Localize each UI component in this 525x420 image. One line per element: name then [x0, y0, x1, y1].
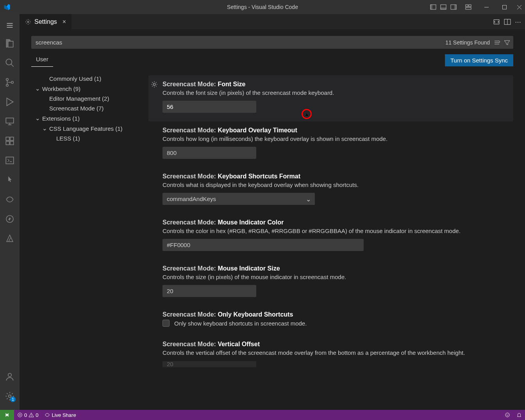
setting-title: Screencast Mode: Mouse Indicator Size: [162, 265, 513, 272]
svg-point-13: [6, 59, 12, 65]
setting-title: Screencast Mode: Font Size: [162, 81, 513, 88]
feedback-icon[interactable]: [502, 412, 513, 418]
setting-input[interactable]: [162, 101, 256, 113]
vscode-logo-icon: [0, 4, 14, 11]
search-results-count: 11 Settings Found: [445, 39, 490, 46]
svg-rect-8: [466, 7, 471, 9]
editor-layout-icons: [429, 3, 473, 11]
svg-rect-20: [6, 141, 9, 145]
checkbox-label: Only show keyboard shortcuts in screenca…: [174, 320, 307, 327]
settings-list[interactable]: Screencast Mode: Font SizeControls the f…: [141, 71, 525, 410]
svg-line-14: [11, 64, 14, 67]
setting-row: Screencast Mode: Keyboard Shortcuts Form…: [148, 167, 513, 214]
clear-search-icon[interactable]: [494, 39, 500, 46]
azure-icon[interactable]: [0, 229, 20, 248]
remote-indicator[interactable]: [0, 410, 14, 420]
manage-gear-icon[interactable]: 1: [0, 386, 20, 406]
settings-search-input[interactable]: [31, 36, 513, 49]
toggle-secondary-sidebar-icon[interactable]: [449, 3, 458, 11]
svg-point-37: [508, 414, 508, 415]
notifications-icon[interactable]: [513, 412, 525, 418]
setting-title: Screencast Mode: Keyboard Overlay Timeou…: [162, 127, 513, 134]
liveshare-icon[interactable]: [0, 190, 20, 209]
terminal-icon[interactable]: [0, 151, 20, 170]
run-debug-icon[interactable]: [0, 92, 20, 112]
split-editor-icon[interactable]: [504, 18, 511, 25]
tab-settings[interactable]: Settings ×: [20, 14, 72, 29]
more-actions-icon[interactable]: ⋯: [515, 18, 521, 26]
setting-row: Screencast Mode: Keyboard Overlay Timeou…: [148, 121, 513, 167]
pointer-icon[interactable]: [0, 170, 20, 190]
setting-row: Screencast Mode: Mouse Indicator ColorCo…: [148, 214, 513, 260]
toc-css-language[interactable]: ⌄CSS Language Features (1): [35, 123, 140, 133]
toggle-primary-sidebar-icon[interactable]: [429, 3, 438, 11]
customize-layout-icon[interactable]: [464, 3, 473, 11]
close-icon[interactable]: ×: [62, 18, 66, 25]
setting-description: Controls what is displayed in the keyboa…: [162, 182, 513, 188]
gear-icon[interactable]: [151, 81, 158, 88]
setting-description: Controls the color in hex (#RGB, #RGBA, …: [162, 228, 513, 234]
setting-checkbox[interactable]: [162, 320, 170, 327]
tab-bar: Settings × ⋯: [20, 14, 525, 30]
setting-select[interactable]: [162, 193, 315, 205]
toc-commonly-used[interactable]: Commonly Used (1): [35, 74, 140, 84]
setting-input[interactable]: [162, 285, 256, 297]
filter-icon[interactable]: [504, 39, 510, 46]
liveshare-status[interactable]: Live Share: [41, 410, 79, 420]
setting-input[interactable]: [162, 239, 364, 251]
status-bar: 0 0 Live Share: [0, 410, 525, 420]
settings-editor: 11 Settings Found User Turn on Settings …: [20, 30, 525, 410]
menu-icon[interactable]: [0, 16, 20, 35]
setting-description: Controls how long (in milliseconds) the …: [162, 135, 513, 142]
gear-badge: 1: [10, 397, 16, 402]
svg-point-27: [27, 21, 29, 23]
svg-rect-3: [441, 7, 446, 9]
close-button[interactable]: [513, 0, 525, 14]
svg-point-16: [6, 84, 8, 86]
svg-point-25: [8, 373, 12, 377]
svg-rect-21: [10, 141, 14, 145]
toc-less[interactable]: LESS (1): [35, 133, 140, 143]
maximize-button[interactable]: [495, 0, 513, 14]
svg-point-15: [6, 78, 8, 80]
svg-point-35: [505, 413, 510, 417]
toggle-panel-icon[interactable]: [439, 3, 448, 11]
activity-bar: 1: [0, 14, 20, 410]
svg-rect-1: [430, 5, 432, 9]
setting-input[interactable]: [162, 147, 256, 159]
chevron-down-icon: ⌄: [35, 115, 40, 122]
setting-row: Screencast Mode: Mouse Indicator SizeCon…: [148, 260, 513, 306]
setting-description: Controls the size (in pixels) of the mou…: [162, 274, 513, 280]
toc-editor-management[interactable]: Editor Management (2): [35, 94, 140, 103]
toc-extensions[interactable]: ⌄Extensions (1): [35, 113, 140, 123]
svg-point-36: [507, 414, 507, 415]
svg-point-31: [153, 83, 155, 85]
remote-explorer-icon[interactable]: [0, 112, 20, 131]
thunder-icon[interactable]: [0, 209, 20, 229]
setting-description: Controls the font size (in pixels) of th…: [162, 89, 513, 96]
setting-title: Screencast Mode: Vertical Offset: [162, 341, 513, 348]
chevron-down-icon: ⌄: [35, 85, 40, 92]
setting-row: Screencast Mode: Vertical OffsetControls…: [148, 335, 513, 376]
open-settings-json-icon[interactable]: [493, 18, 500, 25]
minimize-button[interactable]: [477, 0, 495, 14]
svg-point-17: [11, 81, 13, 83]
settings-sync-button[interactable]: Turn on Settings Sync: [445, 54, 513, 66]
toc-screencast-mode[interactable]: Screencast Mode (7): [35, 103, 140, 113]
account-icon[interactable]: [0, 367, 20, 386]
search-icon[interactable]: [0, 53, 20, 73]
problems-errors[interactable]: 0 0: [14, 410, 41, 420]
setting-title: Screencast Mode: Only Keyboard Shortcuts: [162, 311, 513, 318]
setting-row: Screencast Mode: Only Keyboard Shortcuts…: [148, 306, 513, 335]
explorer-icon[interactable]: [0, 34, 20, 53]
setting-row: Screencast Mode: Font SizeControls the f…: [148, 75, 513, 121]
svg-rect-7: [469, 5, 471, 7]
extensions-icon[interactable]: [0, 131, 20, 151]
toc-workbench[interactable]: ⌄Workbench (9): [35, 84, 140, 94]
setting-input[interactable]: [162, 361, 256, 367]
svg-rect-22: [10, 137, 14, 141]
svg-rect-6: [466, 5, 468, 7]
scope-user-tab[interactable]: User: [31, 53, 53, 67]
settings-toc: Commonly Used (1) ⌄Workbench (9) Editor …: [20, 71, 141, 410]
source-control-icon[interactable]: [0, 73, 20, 92]
